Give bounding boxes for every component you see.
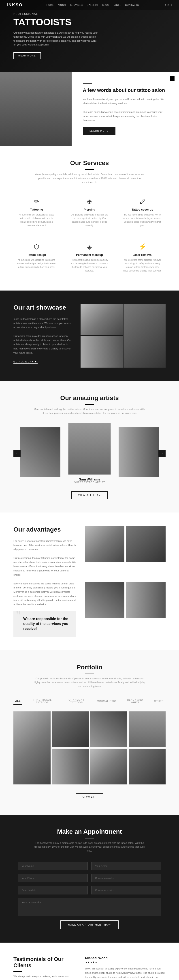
portfolio-item-6 [90,749,127,784]
phone-input[interactable] [18,874,88,882]
filter-other[interactable]: OTHER [152,698,166,705]
testimonials-title: Testimonials of Our Clients [13,956,71,969]
about-title: A few words about our tattoo salon [83,87,168,94]
about-section: A few words about our tattoo salon We ha… [0,72,179,146]
advantages-text-1: For over 10 years of constant improvemen… [13,539,76,552]
appointment-submit-button[interactable]: MAKE AN APPOINTMENT NOW [60,920,119,929]
service-select[interactable]: Choose a service [91,886,161,894]
master-select[interactable]: Choose a master [91,874,161,882]
pinterest-icon[interactable]: p [171,4,172,6]
portfolio-divider [85,674,94,674]
services-description: We only use quality materials, all done … [33,172,146,185]
adv-image-4 [126,582,166,618]
testimonials-section: Testimonials of Our Clients We always we… [0,943,179,980]
service-tattooing: ✏ Tattooing At our studio our profession… [13,193,60,232]
hero-title: TATTOOISTS [13,17,98,27]
instagram-icon[interactable]: in [168,4,169,6]
laser-icon: ⚡ [123,243,162,250]
art-thumb-2 [124,304,166,368]
testimonials-divider [13,971,22,972]
art-link[interactable]: GO ALL WORK ► [13,360,38,364]
hero-section: INKSO Home About Services Gallery Blog P… [0,0,179,72]
advantages-section: Our advantages For over 10 years of cons… [0,512,179,650]
portfolio-view-all-button[interactable]: VIEW ALL [76,794,103,801]
name-input[interactable] [18,862,88,870]
nav-item-blog[interactable]: Blog [102,4,109,6]
testimonial-stars: ★★★★★ [85,961,166,964]
comment-textarea[interactable] [18,898,161,916]
about-text-1: We have been nationally recognized as #1… [83,97,168,105]
artist-photo-right [119,427,159,477]
artists-title: Our amazing artists [13,395,166,402]
advantages-text: Our advantages For over 10 years of cons… [13,526,76,637]
filter-blackwhite[interactable]: BLACK AND WHITE [122,698,148,705]
hero-cta-button[interactable]: READ MORE [13,52,41,59]
main-navigation: INKSO Home About Services Gallery Blog P… [0,0,179,10]
twitter-icon[interactable]: t [165,4,166,6]
portfolio-item-7 [129,749,166,784]
advantages-text-3: Every artist understands the subtle nuan… [13,582,76,606]
art-text-2: Our artistic team provides creative spac… [13,334,71,355]
view-all-team-button[interactable]: VIEW ALL TEAM [71,491,108,499]
art-divider [13,314,22,314]
filter-ornament[interactable]: ORNAMENT TATTOOS [62,698,90,705]
carousel-prev-button[interactable]: ‹ [13,450,21,457]
advantages-title: Our advantages [13,526,76,533]
artists-divider [85,404,94,405]
artists-section: Our amazing artists Meet our talented an… [0,381,179,512]
service-design-desc: At our studio we specialise in creating … [17,258,56,269]
portfolio-item-5 [52,749,89,784]
carousel-next-button[interactable]: › [158,450,166,457]
nav-item-contacts[interactable]: Contacts [125,4,139,6]
testimonial-author: Michael Wood [85,956,166,960]
nav-item-pages[interactable]: Pages [113,4,122,6]
email-input[interactable] [91,862,161,870]
service-piercing-name: Piercing [70,208,109,211]
adv-image-1 [85,526,124,562]
filter-all[interactable]: ALL [13,698,22,705]
portfolio-grid [13,711,166,784]
artists-carousel: ‹ Sam Williams Guest Tattoo Artist › [13,424,166,482]
makeup-icon: ◈ [70,243,109,250]
appointment-section: Make an Appointment The best way to enjo… [0,815,179,943]
coverup-icon: 🖊 [123,198,162,205]
service-makeup-desc: Permanent makeup combines artistry and t… [70,258,109,273]
service-design-name: Tattoo design [17,253,56,256]
about-content: A few words about our tattoo salon We ha… [71,72,179,146]
art-title: Our art showcase [13,304,71,311]
piercing-icon: ⊕ [70,198,109,205]
filter-minimalistic[interactable]: MINIMALISTIC [95,698,118,705]
advantages-images [85,526,166,637]
nav-item-gallery[interactable]: Gallery [87,4,99,6]
nav-item-home[interactable]: Home [46,4,54,6]
advantages-text-2: Our professional team of tattooing consi… [13,556,76,577]
hero-description: Our highly qualified team of tattooists … [13,31,98,46]
artists-description: Meet our talented and highly creative ar… [33,407,146,415]
social-icons: f t in p [163,4,172,6]
appointment-title: Make an Appointment [18,828,161,835]
service-design: ⬡ Tattoo design At our studio we special… [13,239,60,277]
advantages-quote: We are responsible for the quality of th… [19,616,71,632]
testimonials-left: Testimonials of Our Clients We always we… [13,956,71,980]
adv-image-3 [85,582,124,618]
date-input[interactable] [18,886,88,894]
art-thumb-1 [81,304,123,335]
about-cta-button[interactable]: LEARN MORE [83,127,116,135]
portfolio-item-1 [13,711,51,784]
service-piercing-desc: Our piercing studio and artists are the … [70,213,109,228]
hero-content: Professional TATTOOISTS Our highly quali… [13,13,98,59]
nav-links: Home About Services Gallery Blog Pages C… [46,4,139,6]
design-icon: ⬡ [17,243,56,250]
nav-item-about[interactable]: About [58,4,67,6]
service-laser-name: Laser removal [123,253,162,256]
art-text-1: Inkso Tattoo Salon is a place where the … [13,317,71,329]
art-showcase-section: Our art showcase Inkso Tattoo Salon is a… [0,291,179,381]
nav-item-services[interactable]: Services [70,4,83,6]
filter-traditional[interactable]: TRADITIONAL TATTOOS [27,698,58,705]
service-laser: ⚡ Laser removal We use state of the art … [119,239,166,277]
tattooing-icon: ✏ [17,198,56,205]
site-logo: INKSO [7,3,23,7]
decorative-square [170,76,174,81]
facebook-icon[interactable]: f [163,4,163,6]
hero-background: INKSO Home About Services Gallery Blog P… [0,0,179,72]
